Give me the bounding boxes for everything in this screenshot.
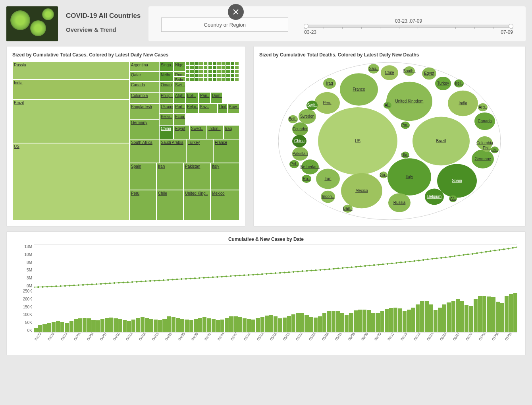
bar[interactable] bbox=[216, 320, 220, 332]
treemap-cell[interactable]: Ecua.. bbox=[173, 113, 185, 125]
treemap-cell[interactable]: Argentina bbox=[129, 62, 159, 72]
bar[interactable] bbox=[358, 310, 362, 332]
bar[interactable] bbox=[189, 320, 193, 332]
bar[interactable] bbox=[491, 297, 495, 332]
treemap-cell[interactable]: Canada bbox=[129, 81, 159, 92]
bar[interactable] bbox=[482, 296, 486, 332]
bar[interactable] bbox=[336, 311, 340, 332]
treemap-cell-small[interactable] bbox=[185, 78, 190, 81]
treemap-cell[interactable]: Swit.. bbox=[173, 81, 185, 92]
treemap-cell-small[interactable] bbox=[208, 62, 212, 66]
treemap-cell-small[interactable] bbox=[212, 66, 217, 70]
bar[interactable] bbox=[109, 318, 113, 332]
bar[interactable] bbox=[425, 301, 429, 332]
treemap-cell-small[interactable] bbox=[230, 78, 235, 81]
bar[interactable] bbox=[442, 304, 446, 332]
treemap-cell[interactable]: Iran bbox=[156, 163, 183, 190]
treemap-cell[interactable]: South Africa bbox=[129, 139, 159, 163]
treemap-cell-small[interactable] bbox=[203, 66, 208, 70]
treemap-cell-small[interactable] bbox=[195, 78, 199, 81]
bar[interactable] bbox=[429, 304, 433, 332]
treemap-cell-small[interactable] bbox=[203, 62, 208, 66]
treemap-cell[interactable]: Bahr.. bbox=[173, 77, 185, 81]
treemap-cell-small[interactable] bbox=[208, 74, 212, 78]
treemap-cell[interactable]: Unit.. bbox=[218, 103, 227, 113]
treemap-cell[interactable]: Italy bbox=[210, 163, 239, 190]
treemap-cell[interactable]: Germany bbox=[129, 119, 159, 139]
treemap-cell-small[interactable] bbox=[235, 78, 239, 81]
treemap-cell-small[interactable] bbox=[230, 62, 235, 66]
treemap-cell-small[interactable] bbox=[212, 70, 217, 74]
bar[interactable] bbox=[47, 323, 51, 332]
treemap-cell-small[interactable] bbox=[221, 74, 226, 78]
date-slider[interactable] bbox=[304, 25, 513, 28]
treemap-cell-small[interactable] bbox=[212, 62, 217, 66]
treemap-cell[interactable]: Swed.. bbox=[189, 125, 207, 139]
treemap-cell-small[interactable] bbox=[212, 78, 217, 81]
treemap-cell-small[interactable] bbox=[212, 74, 217, 78]
bar[interactable] bbox=[451, 301, 455, 332]
treemap-cell-small[interactable] bbox=[195, 66, 199, 70]
bar[interactable] bbox=[403, 311, 407, 332]
bar[interactable] bbox=[465, 305, 468, 332]
treemap-cell[interactable]: Russia bbox=[12, 62, 129, 79]
bar[interactable] bbox=[438, 308, 442, 332]
treemap-cell[interactable]: Oman bbox=[159, 81, 173, 92]
treemap-cell[interactable]: Peru bbox=[129, 190, 156, 221]
treemap-cell-small[interactable] bbox=[221, 70, 226, 74]
bar[interactable] bbox=[460, 301, 464, 332]
treemap-cell[interactable]: Afgh.. bbox=[173, 92, 185, 103]
bar[interactable] bbox=[100, 319, 104, 332]
cases-treemap[interactable]: RussiaIndiaBrazilUSArgentinaQatarCanadaC… bbox=[12, 62, 239, 221]
bar[interactable] bbox=[349, 313, 353, 332]
treemap-cell[interactable]: Ukraine bbox=[159, 103, 173, 113]
bar[interactable] bbox=[136, 318, 140, 332]
treemap-cell[interactable]: US bbox=[12, 143, 129, 221]
bar[interactable] bbox=[114, 318, 118, 332]
bar[interactable] bbox=[229, 316, 233, 332]
bar[interactable] bbox=[456, 299, 460, 332]
treemap-cell-small[interactable] bbox=[221, 78, 226, 81]
treemap-cell-small[interactable] bbox=[190, 78, 194, 81]
treemap-cell-small[interactable] bbox=[190, 62, 194, 66]
bar[interactable] bbox=[398, 308, 402, 332]
treemap-cell-small[interactable] bbox=[185, 70, 190, 74]
treemap-cell-small[interactable] bbox=[203, 74, 208, 78]
treemap-cell[interactable]: Spain bbox=[129, 163, 156, 190]
treemap-cell-small[interactable] bbox=[203, 78, 208, 81]
treemap-cell[interactable]: Philip.. bbox=[159, 92, 173, 103]
bar[interactable] bbox=[411, 308, 415, 332]
bar[interactable] bbox=[509, 294, 513, 332]
treemap-cell-small[interactable] bbox=[195, 74, 199, 78]
treemap-cell-small[interactable] bbox=[199, 66, 203, 70]
treemap-cell[interactable]: Singa.. bbox=[159, 62, 173, 72]
treemap-cell-small[interactable] bbox=[203, 70, 208, 74]
bar[interactable] bbox=[487, 296, 491, 332]
treemap-cell[interactable]: Belar.. bbox=[159, 113, 173, 125]
bar[interactable] bbox=[176, 318, 180, 332]
treemap-cell[interactable]: China bbox=[159, 125, 173, 139]
bar[interactable] bbox=[376, 313, 380, 332]
treemap-cell-small[interactable] bbox=[199, 70, 203, 74]
bar[interactable] bbox=[496, 302, 500, 332]
bar[interactable] bbox=[34, 328, 38, 332]
treemap-cell-small[interactable] bbox=[208, 78, 212, 81]
treemap-cell[interactable]: Pan.. bbox=[199, 92, 210, 103]
treemap-cell-small[interactable] bbox=[217, 78, 221, 81]
bar[interactable] bbox=[322, 313, 326, 332]
treemap-cell[interactable]: Chile bbox=[156, 190, 183, 221]
deaths-bubble-chart[interactable]: USBrazilUnited KingdomItalyMexicoFranceS… bbox=[276, 62, 503, 221]
bar[interactable] bbox=[74, 319, 78, 332]
treemap-cell-small[interactable] bbox=[199, 78, 203, 81]
treemap-cell-small[interactable] bbox=[199, 62, 203, 66]
treemap-cell[interactable]: Port.. bbox=[173, 103, 185, 113]
treemap-cell[interactable]: Boli.. bbox=[185, 92, 199, 103]
treemap-cell[interactable]: Egypt bbox=[173, 125, 189, 139]
treemap-cell[interactable]: Nige.. bbox=[173, 62, 185, 72]
treemap-cell-small[interactable] bbox=[235, 66, 239, 70]
treemap-cell[interactable]: Kuw.. bbox=[227, 103, 239, 113]
treemap-cell-small[interactable] bbox=[235, 70, 239, 74]
treemap-cell[interactable]: Kaz.. bbox=[199, 103, 218, 113]
bar[interactable] bbox=[283, 318, 287, 332]
bar[interactable] bbox=[478, 296, 482, 332]
